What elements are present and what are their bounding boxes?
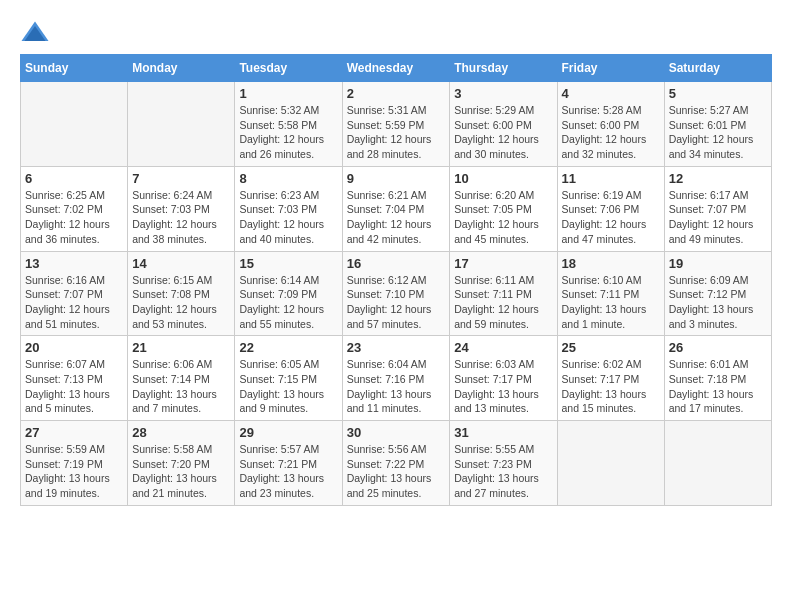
day-number: 31 (454, 425, 552, 440)
day-info: Sunrise: 5:55 AM Sunset: 7:23 PM Dayligh… (454, 442, 552, 501)
calendar-cell: 15Sunrise: 6:14 AM Sunset: 7:09 PM Dayli… (235, 251, 342, 336)
logo-icon (20, 20, 50, 44)
day-info: Sunrise: 6:19 AM Sunset: 7:06 PM Dayligh… (562, 188, 660, 247)
calendar-cell (21, 82, 128, 167)
calendar-cell: 22Sunrise: 6:05 AM Sunset: 7:15 PM Dayli… (235, 336, 342, 421)
day-number: 21 (132, 340, 230, 355)
weekday-monday: Monday (128, 55, 235, 82)
day-info: Sunrise: 5:57 AM Sunset: 7:21 PM Dayligh… (239, 442, 337, 501)
calendar-cell: 18Sunrise: 6:10 AM Sunset: 7:11 PM Dayli… (557, 251, 664, 336)
day-number: 5 (669, 86, 767, 101)
logo (20, 20, 54, 44)
calendar-cell: 28Sunrise: 5:58 AM Sunset: 7:20 PM Dayli… (128, 421, 235, 506)
weekday-tuesday: Tuesday (235, 55, 342, 82)
weekday-friday: Friday (557, 55, 664, 82)
day-info: Sunrise: 6:07 AM Sunset: 7:13 PM Dayligh… (25, 357, 123, 416)
calendar-cell: 2Sunrise: 5:31 AM Sunset: 5:59 PM Daylig… (342, 82, 450, 167)
day-number: 1 (239, 86, 337, 101)
day-info: Sunrise: 6:17 AM Sunset: 7:07 PM Dayligh… (669, 188, 767, 247)
page-header (20, 20, 772, 44)
day-info: Sunrise: 5:27 AM Sunset: 6:01 PM Dayligh… (669, 103, 767, 162)
weekday-header-row: SundayMondayTuesdayWednesdayThursdayFrid… (21, 55, 772, 82)
day-number: 7 (132, 171, 230, 186)
calendar-cell: 16Sunrise: 6:12 AM Sunset: 7:10 PM Dayli… (342, 251, 450, 336)
calendar-cell: 17Sunrise: 6:11 AM Sunset: 7:11 PM Dayli… (450, 251, 557, 336)
calendar-week-4: 20Sunrise: 6:07 AM Sunset: 7:13 PM Dayli… (21, 336, 772, 421)
day-number: 19 (669, 256, 767, 271)
day-info: Sunrise: 5:29 AM Sunset: 6:00 PM Dayligh… (454, 103, 552, 162)
weekday-wednesday: Wednesday (342, 55, 450, 82)
day-number: 3 (454, 86, 552, 101)
calendar-cell: 24Sunrise: 6:03 AM Sunset: 7:17 PM Dayli… (450, 336, 557, 421)
calendar-cell: 8Sunrise: 6:23 AM Sunset: 7:03 PM Daylig… (235, 166, 342, 251)
calendar-cell: 31Sunrise: 5:55 AM Sunset: 7:23 PM Dayli… (450, 421, 557, 506)
calendar-cell: 10Sunrise: 6:20 AM Sunset: 7:05 PM Dayli… (450, 166, 557, 251)
day-info: Sunrise: 6:05 AM Sunset: 7:15 PM Dayligh… (239, 357, 337, 416)
calendar-cell: 19Sunrise: 6:09 AM Sunset: 7:12 PM Dayli… (664, 251, 771, 336)
day-number: 6 (25, 171, 123, 186)
day-info: Sunrise: 5:59 AM Sunset: 7:19 PM Dayligh… (25, 442, 123, 501)
weekday-sunday: Sunday (21, 55, 128, 82)
day-number: 20 (25, 340, 123, 355)
calendar-cell: 12Sunrise: 6:17 AM Sunset: 7:07 PM Dayli… (664, 166, 771, 251)
day-number: 30 (347, 425, 446, 440)
day-number: 9 (347, 171, 446, 186)
day-number: 26 (669, 340, 767, 355)
calendar-cell: 26Sunrise: 6:01 AM Sunset: 7:18 PM Dayli… (664, 336, 771, 421)
calendar-week-1: 1Sunrise: 5:32 AM Sunset: 5:58 PM Daylig… (21, 82, 772, 167)
day-number: 14 (132, 256, 230, 271)
day-number: 16 (347, 256, 446, 271)
day-number: 29 (239, 425, 337, 440)
day-info: Sunrise: 5:28 AM Sunset: 6:00 PM Dayligh… (562, 103, 660, 162)
day-number: 24 (454, 340, 552, 355)
day-number: 17 (454, 256, 552, 271)
day-info: Sunrise: 6:25 AM Sunset: 7:02 PM Dayligh… (25, 188, 123, 247)
day-info: Sunrise: 5:31 AM Sunset: 5:59 PM Dayligh… (347, 103, 446, 162)
calendar-cell: 11Sunrise: 6:19 AM Sunset: 7:06 PM Dayli… (557, 166, 664, 251)
day-number: 25 (562, 340, 660, 355)
day-info: Sunrise: 5:56 AM Sunset: 7:22 PM Dayligh… (347, 442, 446, 501)
calendar-week-3: 13Sunrise: 6:16 AM Sunset: 7:07 PM Dayli… (21, 251, 772, 336)
day-number: 22 (239, 340, 337, 355)
day-info: Sunrise: 6:02 AM Sunset: 7:17 PM Dayligh… (562, 357, 660, 416)
day-info: Sunrise: 6:12 AM Sunset: 7:10 PM Dayligh… (347, 273, 446, 332)
day-number: 4 (562, 86, 660, 101)
day-info: Sunrise: 6:01 AM Sunset: 7:18 PM Dayligh… (669, 357, 767, 416)
day-info: Sunrise: 6:14 AM Sunset: 7:09 PM Dayligh… (239, 273, 337, 332)
calendar-cell: 20Sunrise: 6:07 AM Sunset: 7:13 PM Dayli… (21, 336, 128, 421)
calendar-cell: 4Sunrise: 5:28 AM Sunset: 6:00 PM Daylig… (557, 82, 664, 167)
day-info: Sunrise: 6:15 AM Sunset: 7:08 PM Dayligh… (132, 273, 230, 332)
calendar-week-2: 6Sunrise: 6:25 AM Sunset: 7:02 PM Daylig… (21, 166, 772, 251)
calendar-body: 1Sunrise: 5:32 AM Sunset: 5:58 PM Daylig… (21, 82, 772, 506)
calendar-cell: 7Sunrise: 6:24 AM Sunset: 7:03 PM Daylig… (128, 166, 235, 251)
day-info: Sunrise: 6:09 AM Sunset: 7:12 PM Dayligh… (669, 273, 767, 332)
day-number: 27 (25, 425, 123, 440)
day-info: Sunrise: 6:03 AM Sunset: 7:17 PM Dayligh… (454, 357, 552, 416)
calendar-cell: 23Sunrise: 6:04 AM Sunset: 7:16 PM Dayli… (342, 336, 450, 421)
day-info: Sunrise: 6:24 AM Sunset: 7:03 PM Dayligh… (132, 188, 230, 247)
day-info: Sunrise: 6:21 AM Sunset: 7:04 PM Dayligh… (347, 188, 446, 247)
calendar-table: SundayMondayTuesdayWednesdayThursdayFrid… (20, 54, 772, 506)
calendar-cell (128, 82, 235, 167)
calendar-cell: 13Sunrise: 6:16 AM Sunset: 7:07 PM Dayli… (21, 251, 128, 336)
day-number: 12 (669, 171, 767, 186)
day-number: 15 (239, 256, 337, 271)
day-number: 2 (347, 86, 446, 101)
calendar-cell: 3Sunrise: 5:29 AM Sunset: 6:00 PM Daylig… (450, 82, 557, 167)
day-info: Sunrise: 6:06 AM Sunset: 7:14 PM Dayligh… (132, 357, 230, 416)
day-number: 28 (132, 425, 230, 440)
calendar-cell: 25Sunrise: 6:02 AM Sunset: 7:17 PM Dayli… (557, 336, 664, 421)
day-info: Sunrise: 6:20 AM Sunset: 7:05 PM Dayligh… (454, 188, 552, 247)
day-number: 11 (562, 171, 660, 186)
calendar-cell: 21Sunrise: 6:06 AM Sunset: 7:14 PM Dayli… (128, 336, 235, 421)
day-number: 8 (239, 171, 337, 186)
day-info: Sunrise: 6:04 AM Sunset: 7:16 PM Dayligh… (347, 357, 446, 416)
calendar-header: SundayMondayTuesdayWednesdayThursdayFrid… (21, 55, 772, 82)
calendar-cell: 14Sunrise: 6:15 AM Sunset: 7:08 PM Dayli… (128, 251, 235, 336)
day-number: 18 (562, 256, 660, 271)
day-number: 13 (25, 256, 123, 271)
calendar-cell: 27Sunrise: 5:59 AM Sunset: 7:19 PM Dayli… (21, 421, 128, 506)
day-number: 10 (454, 171, 552, 186)
calendar-cell: 29Sunrise: 5:57 AM Sunset: 7:21 PM Dayli… (235, 421, 342, 506)
calendar-cell: 9Sunrise: 6:21 AM Sunset: 7:04 PM Daylig… (342, 166, 450, 251)
